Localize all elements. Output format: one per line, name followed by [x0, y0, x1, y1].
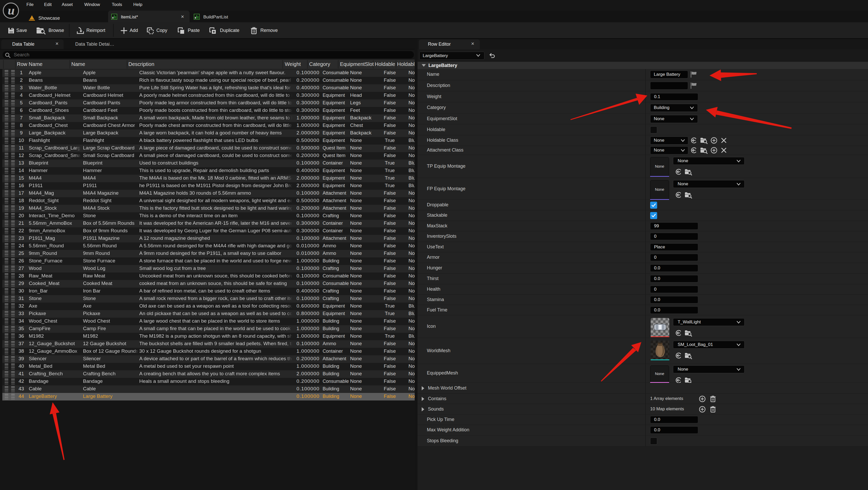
- svg-text:u: u: [8, 3, 15, 17]
